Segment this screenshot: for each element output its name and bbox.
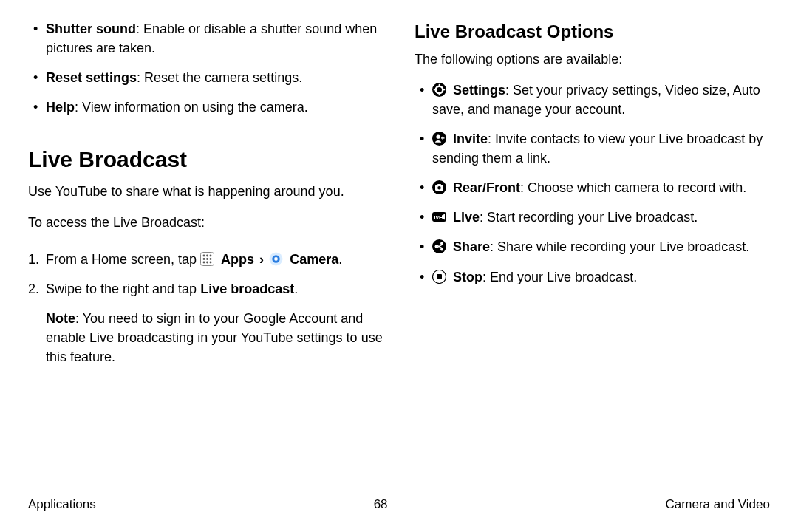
svg-rect-24 [437,184,441,186]
svg-point-25 [437,186,441,190]
svg-point-9 [210,262,212,264]
apps-icon [200,252,214,266]
step-text-pre: From a Home screen, tap [46,252,200,267]
option-label: Share [453,239,490,254]
stop-icon [432,270,446,284]
footer-right: Camera and Video [666,496,770,514]
live-broadcast-bold: Live broadcast [200,282,294,296]
live-icon: LIVE [432,210,446,224]
footer-left: Applications [28,496,96,514]
camera-icon [269,252,283,266]
option-text: : End your Live broadcast. [482,270,637,284]
list-item: Reset settings: Reset the camera setting… [46,68,383,87]
option-text: : Share while recording your Live broadc… [490,239,749,254]
share-icon [432,239,446,253]
item-label: Help [46,100,75,115]
item-label: Shutter sound [46,21,136,36]
step-end: . [338,252,342,267]
step-2: 2. Swipe to the right and tap Live broad… [46,279,383,299]
svg-rect-21 [443,137,443,140]
step-number: 2. [28,279,39,299]
step-number: 1. [28,250,39,269]
note-block: Note: You need to sign in to your Google… [28,309,383,366]
step-1: 1. From a Home screen, tap Apps › [46,250,383,269]
live-broadcast-heading: Live Broadcast [28,143,383,176]
item-text: : View information on using the camera. [75,100,308,115]
list-item: Invite: Invite contacts to view your Liv… [432,129,770,168]
option-label: Invite [453,132,488,146]
live-broadcast-intro: Use YouTube to share what is happening a… [28,182,383,201]
svg-point-12 [274,257,278,261]
options-heading: Live Broadcast Options [415,19,770,45]
page-footer: Applications 68 Camera and Video [28,496,770,514]
list-item: Settings: Set your privacy settings, Vid… [432,81,770,119]
option-label: Stop [453,270,482,284]
svg-point-3 [210,255,212,257]
item-text: : Reset the camera settings. [137,70,302,85]
camera-switch-icon [432,180,446,194]
item-label: Reset settings [46,70,137,85]
svg-point-5 [206,258,208,260]
options-list: Settings: Set your privacy settings, Vid… [415,81,770,287]
svg-point-2 [206,255,208,257]
list-item: Rear/Front: Choose which camera to recor… [432,178,770,197]
svg-point-4 [203,258,205,260]
list-item: Help: View information on using the came… [46,98,383,117]
svg-rect-15 [439,93,440,95]
list-item: Stop: End your Live broadcast. [432,267,770,287]
option-label: Live [453,210,480,225]
list-item: Share: Share while recording your Live b… [432,237,770,256]
svg-point-7 [203,262,205,264]
right-column: Live Broadcast Options The following opt… [415,19,770,367]
access-steps: 1. From a Home screen, tap Apps › [28,250,383,299]
invite-icon [432,132,446,146]
svg-point-1 [203,255,205,257]
list-item: LIVE Live: Start recording your Live bro… [432,208,770,227]
svg-point-6 [210,258,212,260]
option-text: : Choose which camera to record with. [520,180,746,195]
settings-icon [432,83,446,97]
note-text: : You need to sign in to your Google Acc… [46,311,383,364]
option-text: : Start recording your Live broadcast. [480,210,698,225]
svg-point-8 [206,262,208,264]
option-label: Rear/Front [453,180,520,195]
list-item: Shutter sound: Enable or disable a shutt… [46,19,383,58]
step-end: . [294,282,298,296]
apps-label: Apps [221,252,254,267]
chevron-right-icon: › [258,252,265,267]
options-intro: The following options are available: [415,50,770,69]
left-column: Shutter sound: Enable or disable a shutt… [28,19,383,367]
option-label: Settings [453,83,505,98]
svg-rect-35 [437,274,442,279]
camera-label: Camera [290,252,338,267]
step-text-pre: Swipe to the right and tap [46,282,200,296]
footer-page-number: 68 [374,496,388,514]
svg-text:LIVE: LIVE [432,215,443,220]
svg-rect-14 [439,84,440,86]
svg-point-19 [436,135,440,139]
svg-rect-16 [434,89,436,91]
svg-rect-17 [443,89,445,91]
note-label: Note [46,311,75,326]
access-lead: To access the Live Broadcast: [28,213,383,232]
camera-settings-list: Shutter sound: Enable or disable a shutt… [28,19,383,117]
